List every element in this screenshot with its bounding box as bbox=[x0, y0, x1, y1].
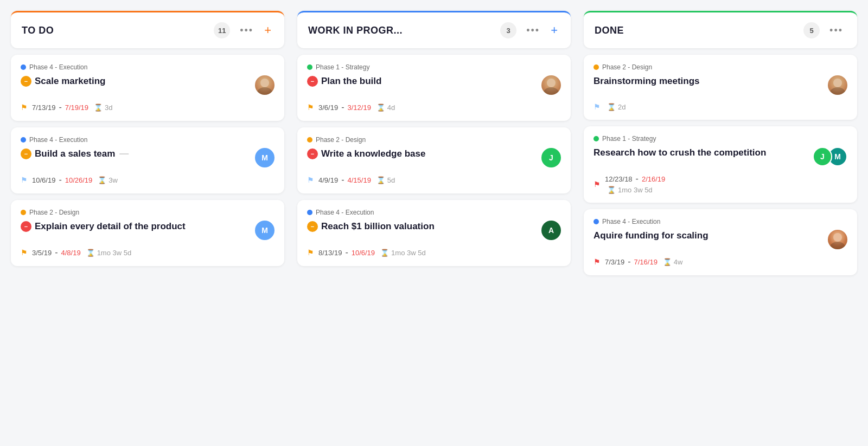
card-date-start: 12/23/18 bbox=[605, 175, 633, 183]
svg-point-6 bbox=[833, 233, 842, 242]
column-add-button-todo[interactable]: + bbox=[262, 23, 273, 37]
card-date-dash: - bbox=[341, 102, 344, 112]
card-title-row: Research how to crush the competitionJM bbox=[593, 147, 847, 166]
card-date-end: 10/26/19 bbox=[65, 176, 93, 184]
card-phase-label: Phase 4 - Execution bbox=[29, 63, 87, 71]
card-avatar: M bbox=[255, 148, 275, 167]
card-todo-1[interactable]: Phase 4 - Execution−Build a sales team—M… bbox=[11, 127, 284, 193]
column-count-wip: 3 bbox=[500, 22, 516, 38]
card-avatar bbox=[255, 75, 275, 95]
card-footer: ⚑12/23/18 - 2/16/19⌛1mo 3w 5d bbox=[593, 174, 847, 194]
phase-dot-icon bbox=[21, 64, 26, 70]
card-duration-row: ⌛1mo 3w 5d bbox=[605, 186, 847, 194]
card-phase-label: Phase 2 - Design bbox=[602, 63, 652, 71]
phase-dot-icon bbox=[307, 137, 312, 143]
card-avatar: M bbox=[255, 221, 275, 240]
priority-medium-icon: − bbox=[307, 221, 318, 232]
column-menu-button-wip[interactable]: ••• bbox=[523, 24, 543, 37]
card-title: Aquire funding for scaling bbox=[593, 230, 824, 242]
card-title-row: Brainstorming meetings bbox=[593, 75, 847, 95]
column-menu-button-done[interactable]: ••• bbox=[826, 24, 846, 37]
card-date-dash: - bbox=[636, 174, 639, 184]
hourglass-icon: ⌛ bbox=[663, 258, 672, 266]
svg-point-2 bbox=[547, 79, 556, 87]
card-duration-text: 1mo 3w 5d bbox=[618, 186, 653, 194]
card-title: −Build a sales team— bbox=[21, 148, 251, 160]
column-menu-button-todo[interactable]: ••• bbox=[237, 24, 257, 37]
column-todo: TO DO11•••+Phase 4 - Execution−Scale mar… bbox=[11, 11, 284, 275]
svg-point-5 bbox=[830, 87, 845, 95]
card-done-0[interactable]: Phase 2 - DesignBrainstorming meetings⚑⌛… bbox=[584, 55, 857, 120]
card-phase-row: Phase 4 - Execution bbox=[593, 218, 847, 225]
card-date-row: 12/23/18 - 2/16/19 bbox=[605, 174, 847, 184]
column-header-done: DONE5••• bbox=[584, 11, 857, 48]
hourglass-icon: ⌛ bbox=[86, 249, 95, 257]
card-avatar: A bbox=[541, 221, 561, 240]
card-duration: ⌛1mo 3w 5d bbox=[380, 249, 426, 257]
card-avatar bbox=[828, 230, 847, 249]
card-phase-label: Phase 1 - Strategy bbox=[316, 63, 369, 71]
card-phase-row: Phase 1 - Strategy bbox=[307, 63, 561, 71]
hourglass-icon: ⌛ bbox=[94, 104, 103, 112]
card-phase-label: Phase 4 - Execution bbox=[602, 218, 660, 225]
svg-point-4 bbox=[833, 79, 842, 87]
column-actions-todo: •••+ bbox=[237, 23, 273, 37]
card-wip-2[interactable]: Phase 4 - Execution−Reach $1 billion val… bbox=[297, 200, 571, 266]
card-done-2[interactable]: Phase 4 - ExecutionAquire funding for sc… bbox=[584, 209, 857, 275]
card-footer: ⚑10/6/19 - 10/26/19⌛3w bbox=[21, 175, 275, 185]
priority-medium-icon: − bbox=[21, 76, 31, 87]
column-count-todo: 11 bbox=[214, 22, 230, 38]
card-duration-text: 1mo 3w 5d bbox=[97, 249, 132, 257]
card-flag-icon: ⚑ bbox=[307, 248, 314, 257]
card-footer-content: 4/9/19 - 4/15/19⌛5d bbox=[318, 175, 561, 185]
card-duration-text: 3w bbox=[108, 176, 118, 184]
card-wip-0[interactable]: Phase 1 - Strategy−Plan the build⚑3/6/19… bbox=[297, 55, 571, 121]
card-todo-0[interactable]: Phase 4 - Execution−Scale marketing⚑7/13… bbox=[11, 55, 284, 121]
card-title: −Write a knowledge base bbox=[307, 148, 537, 160]
card-flag-icon: ⚑ bbox=[593, 180, 601, 189]
column-add-button-wip[interactable]: + bbox=[548, 23, 560, 37]
card-footer-content: 8/13/19 - 10/6/19⌛1mo 3w 5d bbox=[318, 248, 561, 257]
card-date-dash: - bbox=[628, 257, 630, 267]
phase-dot-icon bbox=[593, 136, 599, 141]
card-phase-label: Phase 4 - Execution bbox=[316, 209, 374, 216]
card-date-end: 10/6/19 bbox=[352, 249, 375, 257]
svg-point-1 bbox=[257, 87, 272, 95]
svg-point-3 bbox=[544, 87, 559, 95]
card-footer: ⚑8/13/19 - 10/6/19⌛1mo 3w 5d bbox=[307, 248, 561, 257]
card-title: Brainstorming meetings bbox=[593, 75, 824, 87]
column-title-todo: TO DO bbox=[22, 25, 207, 36]
card-footer: ⚑4/9/19 - 4/15/19⌛5d bbox=[307, 175, 561, 185]
card-flag-icon: ⚑ bbox=[593, 102, 601, 111]
priority-urgent-icon: − bbox=[21, 221, 31, 232]
card-flag-icon: ⚑ bbox=[21, 103, 28, 112]
card-date-start: 3/6/19 bbox=[318, 104, 338, 112]
card-flag-icon: ⚑ bbox=[21, 248, 28, 257]
card-duration: ⌛2d bbox=[607, 103, 626, 111]
card-done-1[interactable]: Phase 1 - StrategyResearch how to crush … bbox=[584, 126, 857, 203]
card-title-text: Reach $1 billion valuation bbox=[321, 221, 435, 232]
card-flag-icon: ⚑ bbox=[307, 176, 314, 184]
card-wip-1[interactable]: Phase 2 - Design−Write a knowledge baseJ… bbox=[297, 127, 571, 193]
card-footer-content: 7/3/19 - 7/16/19⌛4w bbox=[605, 257, 847, 267]
kanban-board: TO DO11•••+Phase 4 - Execution−Scale mar… bbox=[11, 11, 857, 275]
card-title: −Explain every detail of the product bbox=[21, 221, 251, 232]
card-todo-2[interactable]: Phase 2 - Design−Explain every detail of… bbox=[11, 200, 284, 266]
card-phase-row: Phase 4 - Execution bbox=[307, 209, 561, 216]
column-actions-done: ••• bbox=[826, 24, 846, 37]
card-title-row: −Reach $1 billion valuationA bbox=[307, 221, 561, 240]
phase-dot-icon bbox=[21, 210, 26, 215]
card-date-start: 8/13/19 bbox=[318, 249, 342, 257]
card-avatar: J bbox=[541, 148, 561, 167]
hourglass-icon: ⌛ bbox=[380, 249, 389, 257]
card-title-row: −Write a knowledge baseJ bbox=[307, 148, 561, 167]
card-duration: ⌛1mo 3w 5d bbox=[86, 249, 132, 257]
card-phase-row: Phase 2 - Design bbox=[307, 136, 561, 144]
card-date-dash: - bbox=[341, 175, 344, 185]
card-title-text: Aquire funding for scaling bbox=[593, 230, 709, 242]
phase-dot-icon bbox=[307, 64, 312, 70]
card-phase-label: Phase 1 - Strategy bbox=[602, 135, 656, 143]
card-avatar bbox=[828, 75, 847, 95]
card-avatar bbox=[541, 75, 561, 95]
card-date-start: 4/9/19 bbox=[318, 176, 338, 184]
